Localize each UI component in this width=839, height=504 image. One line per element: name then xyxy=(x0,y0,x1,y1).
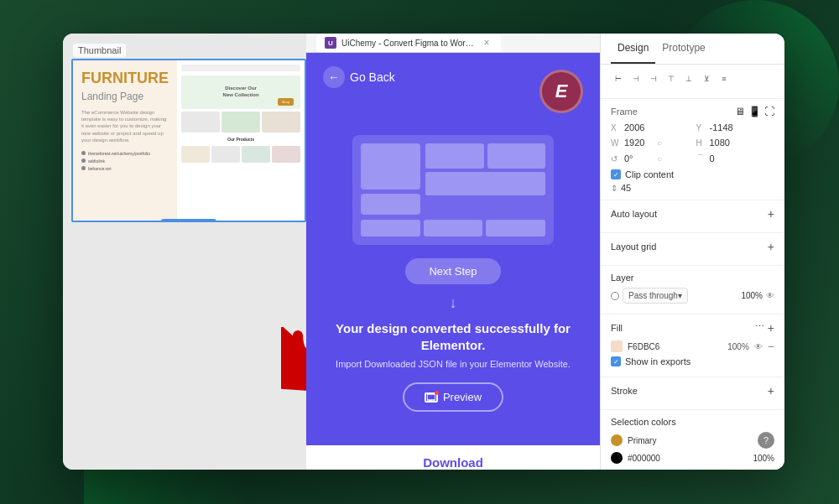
mockup-bottom-3 xyxy=(486,220,545,236)
fill-plus[interactable]: + xyxy=(768,321,774,335)
x-label: X xyxy=(611,123,621,132)
design-panel: Design Prototype ⊢ ⊣ ⊣ ⊤ ⊥ ⊻ ≡ Frame 🖥 📱 xyxy=(600,34,784,470)
mockup-wide-block xyxy=(425,172,545,195)
layer-right: 100% 👁 xyxy=(741,291,774,300)
fill-grid-icon[interactable]: ⋯ xyxy=(755,321,764,335)
primary-color-swatch[interactable] xyxy=(611,434,623,446)
preview-icon xyxy=(425,392,438,403)
download-button[interactable]: Download xyxy=(306,445,600,470)
go-back-button[interactable]: ← Go Back xyxy=(323,66,395,88)
layout-grid-plus[interactable]: + xyxy=(768,240,774,253)
rotate-value: 0° xyxy=(624,153,654,164)
black-color-item: #000000 100% xyxy=(611,452,774,464)
banner-text: Discover OurNew Collection xyxy=(223,86,259,99)
spacing-icon: ⇕ xyxy=(611,184,618,193)
auto-layout-plus[interactable]: + xyxy=(768,207,774,221)
align-right-icon[interactable]: ⊣ xyxy=(646,71,661,86)
preview-button[interactable]: Preview xyxy=(403,382,503,412)
mockup-small-2 xyxy=(487,143,545,169)
furniture-left-panel: FURNITURE Landing Page The eCommerce Web… xyxy=(73,60,177,221)
main-container: Thumbnail FURNITURE Landing Page The eCo… xyxy=(63,34,784,470)
next-step-button[interactable]: Next Step xyxy=(405,258,500,284)
tablet-icon[interactable]: 📱 xyxy=(748,106,761,117)
rotate-corner-row: ↺ 0° ○ ⌒ 0 xyxy=(611,153,774,164)
link-dot-1 xyxy=(81,151,86,155)
go-back-arrow-icon: ← xyxy=(323,66,345,88)
x-field: X 2006 xyxy=(611,122,690,132)
layer-eye-icon[interactable]: 👁 xyxy=(766,291,774,300)
align-middle-icon[interactable]: ⊥ xyxy=(681,71,696,86)
corner-field: ⌒ 0 xyxy=(696,153,775,164)
mockup-left-col xyxy=(361,143,420,215)
mockup-right-col xyxy=(425,143,545,215)
expand-icon[interactable]: ⛶ xyxy=(764,106,774,117)
show-in-exports-label: Show in exports xyxy=(625,356,690,366)
layer-section: Layer Pass through ▾ 100% 👁 xyxy=(601,266,784,314)
preview-dot xyxy=(435,391,439,395)
fill-color-swatch[interactable] xyxy=(611,340,623,352)
elementor-letter: E xyxy=(555,81,568,102)
furniture-title: FURNITURE Landing Page xyxy=(81,70,169,104)
black-color-swatch[interactable] xyxy=(611,452,623,464)
furniture-right-panel: Discover OurNew Collection Shop Our Prod… xyxy=(177,60,305,221)
align-bottom-icon[interactable]: ⊻ xyxy=(699,71,714,86)
tab-close-button[interactable]: × xyxy=(481,37,492,49)
mock-products-grid xyxy=(181,146,300,163)
mock-products-label: Our Products xyxy=(181,137,300,142)
primary-color-name: Primary xyxy=(628,436,753,445)
layer-title: Layer xyxy=(611,273,774,283)
preview-screen-icon xyxy=(427,394,435,401)
layer-left: Pass through ▾ xyxy=(611,288,688,304)
pass-through-chevron: ▾ xyxy=(678,291,682,300)
h-label: H xyxy=(696,138,706,148)
selection-colors-section: Selection colors Primary ? #000000 100% xyxy=(601,410,784,470)
align-center-h-icon[interactable]: ⊣ xyxy=(628,71,644,86)
desktop-icon[interactable]: 🖥 xyxy=(735,106,745,117)
furniture-link-2: addtolink xyxy=(81,158,169,164)
tab-design[interactable]: Design xyxy=(611,34,655,64)
mock-card-3 xyxy=(262,112,300,132)
clip-content-label: Clip content xyxy=(625,169,674,179)
tab-prototype[interactable]: Prototype xyxy=(655,34,711,64)
mock-banner: Discover OurNew Collection Shop xyxy=(181,75,300,109)
fill-eye-icon[interactable]: 👁 xyxy=(754,342,763,351)
clip-content-checkbox[interactable]: ✓ xyxy=(611,169,621,179)
mock-product-2 xyxy=(211,146,240,163)
align-left-icon[interactable]: ⊢ xyxy=(611,71,626,86)
fill-opacity-value: 100% xyxy=(724,342,749,351)
w-field: W 1920 ○ xyxy=(611,138,690,148)
thumbnail-frame: FURNITURE Landing Page The eCommerce Web… xyxy=(71,59,306,222)
spacing-field: ⇕ 45 xyxy=(611,183,774,193)
mockup-bottom-2 xyxy=(424,220,483,236)
show-in-exports-row: ✓ Show in exports xyxy=(611,356,774,366)
mock-grid xyxy=(181,112,300,132)
align-top-icon[interactable]: ⊤ xyxy=(664,71,679,86)
browser-tab[interactable]: U UiChemy - Convert Figma to WordPress (… xyxy=(316,34,501,52)
thumbnail-inner: FURNITURE Landing Page The eCommerce Web… xyxy=(73,60,305,221)
stroke-plus[interactable]: + xyxy=(768,384,774,397)
fill-minus-icon[interactable]: − xyxy=(768,340,774,353)
mock-card-1 xyxy=(181,112,220,132)
show-in-exports-checkbox[interactable]: ✓ xyxy=(611,356,621,366)
rotate-link-icon: ○ xyxy=(657,154,662,164)
fill-header-icons: ⋯ + xyxy=(755,321,774,335)
canvas-area: Thumbnail FURNITURE Landing Page The eCo… xyxy=(63,34,306,470)
auto-layout-title: Auto layout + xyxy=(611,207,774,221)
modal-area: ← Go Back E xyxy=(306,53,600,445)
black-hex-value: #000000 xyxy=(628,454,748,463)
spacing-value: 45 xyxy=(621,183,650,193)
stroke-title: Stroke + xyxy=(611,384,774,397)
mock-nav xyxy=(181,65,300,71)
furniture-description: The eCommerce Website design template is… xyxy=(81,109,169,144)
wh-row: W 1920 ○ H 1080 xyxy=(611,138,774,148)
elementor-logo: E xyxy=(539,70,583,113)
fill-row: F6DBC6 100% 👁 − xyxy=(611,340,774,353)
pass-through-value: 100% xyxy=(741,291,763,300)
ui-mockup-preview xyxy=(352,135,554,245)
help-button[interactable]: ? xyxy=(758,432,774,449)
distribute-icon[interactable]: ≡ xyxy=(717,71,732,86)
pass-through-select[interactable]: Pass through ▾ xyxy=(623,288,688,304)
import-text: Import Downloaded JSON file in your Elem… xyxy=(336,358,571,371)
mockup-grid-top xyxy=(361,143,545,215)
layout-grid-title: Layout grid + xyxy=(611,240,774,253)
